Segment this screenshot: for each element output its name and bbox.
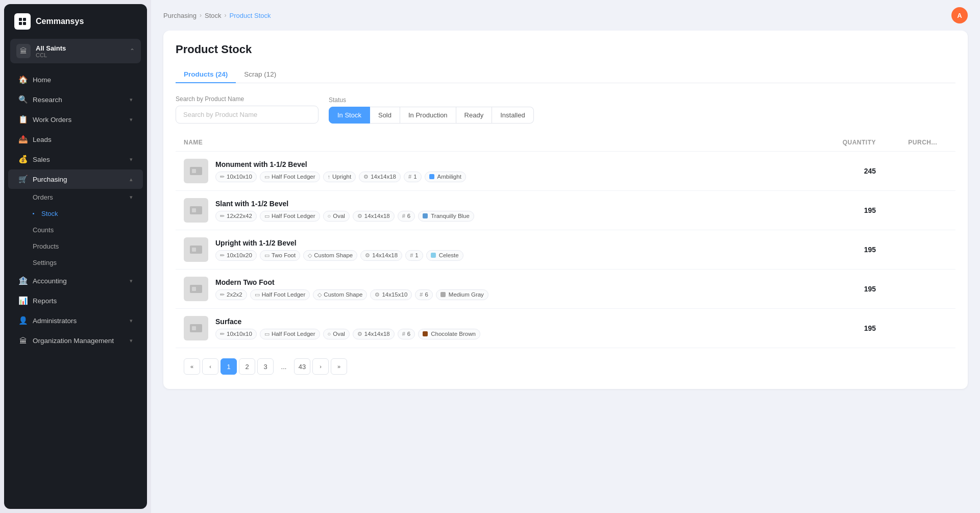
sidebar-item-administrators[interactable]: 👤 Administrators ▾ [8,311,143,330]
page-2[interactable]: 2 [239,358,255,375]
active-indicator [33,213,34,214]
product-tag: ↑Upright [323,172,356,182]
subnav-item-settings[interactable]: Settings [8,255,143,271]
product-tag: ○Oval [323,211,350,222]
chevron-down-icon: ▾ [130,278,133,284]
page-1[interactable]: 1 [220,358,237,375]
tab-bar: Products (24) Scrap (12) [176,66,955,83]
chevron-icon: ⌃ [130,47,135,55]
accounting-icon: 🏦 [18,276,28,285]
subnav-item-products[interactable]: Products [8,238,143,254]
product-tag: ✏12x22x42 [215,211,257,222]
product-tag: ⚙14x14x18 [353,329,395,339]
sidebar-item-leads[interactable]: 📤 Leads [8,130,143,149]
product-thumbnail [184,277,208,301]
status-btn-installed[interactable]: Installed [492,107,533,124]
subnav-item-stock[interactable]: Stock [8,206,143,222]
col-name: Name [184,139,825,146]
org-switcher[interactable]: 🏛 All Saints CCL ⌃ [10,39,141,63]
product-name: Modern Two Foot [215,278,825,286]
breadcrumb-product-stock[interactable]: Product Stock [230,12,271,19]
product-name: Upright with 1-1/2 Bevel [215,239,825,247]
page-last[interactable]: » [331,358,347,375]
table-row[interactable]: Monument with 1-1/2 Bevel ✏10x10x10 ▭Hal… [176,152,955,191]
table-row[interactable]: Slant with 1-1/2 Bevel ✏12x22x42 ▭Half F… [176,191,955,230]
app-name: Cemmansys [36,17,84,26]
sidebar-item-label: Administrators [33,317,77,325]
product-tag: ▭Two Foot [260,250,300,261]
page-first[interactable]: « [184,358,200,375]
product-tag: ◇Custom Shape [313,289,367,300]
topbar: Purchasing › Stock › Product Stock A [151,0,980,31]
table-row[interactable]: Surface ✏10x10x10 ▭Half Foot Ledger ○Ova… [176,309,955,348]
product-tag: ⚙14x15x10 [370,289,412,300]
breadcrumb-purchasing[interactable]: Purchasing [163,12,197,19]
product-tag: ⚙14x14x18 [353,211,395,222]
breadcrumb-stock[interactable]: Stock [205,12,222,19]
home-icon: 🏠 [18,75,28,84]
subnav-item-counts[interactable]: Counts [8,222,143,238]
sidebar-item-org-management[interactable]: 🏛 Organization Management ▾ [8,331,143,350]
product-tag: ✏10x10x20 [215,250,257,261]
sidebar-item-research[interactable]: 🔍 Research ▾ [8,90,143,109]
sidebar-item-label: Home [33,76,51,84]
page-next[interactable]: › [312,358,329,375]
page-card: Product Stock Products (24) Scrap (12) S… [163,31,968,389]
page-title: Product Stock [176,43,955,56]
research-icon: 🔍 [18,95,28,104]
product-info: Surface ✏10x10x10 ▭Half Foot Ledger ○Ova… [215,317,825,339]
col-purch: Purch... [886,139,947,146]
sidebar-item-label: Accounting [33,277,67,285]
product-thumbnail [184,198,208,223]
product-name: Surface [215,317,825,326]
status-btn-in-production[interactable]: In Production [400,107,456,124]
page-prev[interactable]: ‹ [202,358,218,375]
main-area: Purchasing › Stock › Product Stock A Pro… [151,0,980,513]
search-input[interactable] [176,106,318,124]
page-3[interactable]: 3 [257,358,274,375]
sidebar-item-home[interactable]: 🏠 Home [8,70,143,89]
chevron-down-icon: ▾ [130,337,133,344]
sidebar-item-reports[interactable]: 📊 Reports [8,291,143,310]
svg-rect-3 [23,22,26,25]
svg-rect-0 [19,18,22,21]
product-tag: ✏2x2x2 [215,289,247,300]
org-icon: 🏛 [16,44,31,58]
sidebar-item-purchasing[interactable]: 🛒 Purchasing ▴ [8,169,143,189]
product-quantity: 195 [825,324,886,332]
status-btn-in-stock[interactable]: In Stock [329,107,370,124]
user-avatar[interactable]: A [951,7,968,23]
product-tag: ▭Half Foot Ledger [250,289,310,300]
sales-icon: 💰 [18,155,28,164]
sidebar-item-work-orders[interactable]: 📋 Work Orders ▾ [8,110,143,129]
subnav-item-orders[interactable]: Orders ▾ [8,189,143,205]
chevron-down-icon: ▾ [130,116,133,123]
product-tag: Tranquilly Blue [418,211,474,222]
sidebar-item-sales[interactable]: 💰 Sales ▾ [8,150,143,169]
work-orders-icon: 📋 [18,115,28,124]
sidebar-item-accounting[interactable]: 🏦 Accounting ▾ [8,271,143,290]
svg-rect-7 [192,208,196,212]
leads-icon: 📤 [18,135,28,144]
purchasing-subnav: Orders ▾ Stock Counts Products Settings [4,189,147,271]
product-tag: #6 [398,211,415,222]
status-btn-ready[interactable]: Ready [456,107,493,124]
product-tag: ▭Half Foot Ledger [260,211,320,222]
product-tag: ◇Custom Shape [303,250,357,261]
product-tags: ✏2x2x2 ▭Half Foot Ledger ◇Custom Shape ⚙… [215,289,825,300]
tab-products[interactable]: Products (24) [176,66,236,83]
product-tag: ○Oval [323,329,350,339]
status-label: Status [329,96,534,104]
breadcrumb: Purchasing › Stock › Product Stock [163,12,271,19]
svg-rect-5 [192,169,196,173]
content-area: Product Stock Products (24) Scrap (12) S… [151,31,980,513]
tab-scrap[interactable]: Scrap (12) [236,66,284,83]
product-thumbnail [184,316,208,340]
table-row[interactable]: Upright with 1-1/2 Bevel ✏10x10x20 ▭Two … [176,230,955,270]
page-43[interactable]: 43 [294,358,310,375]
chevron-up-icon: ▴ [130,176,133,183]
filter-row: Search by Product Name Status In Stock S… [176,95,955,124]
search-label: Search by Product Name [176,95,318,103]
table-row[interactable]: Modern Two Foot ✏2x2x2 ▭Half Foot Ledger… [176,270,955,309]
status-btn-sold[interactable]: Sold [370,107,400,124]
